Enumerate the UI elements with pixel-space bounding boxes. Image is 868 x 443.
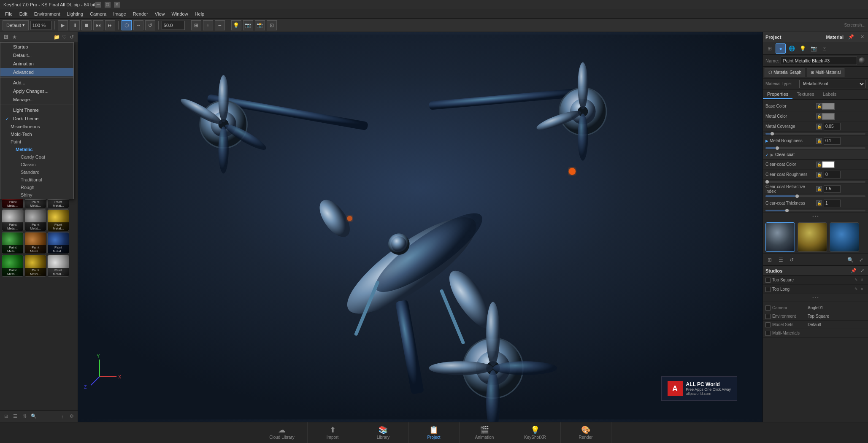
pause-button[interactable]: ⏸ (70, 20, 80, 30)
clearcoat-refract-slider[interactable] (765, 195, 865, 197)
light-btn[interactable]: 💡 (231, 20, 241, 30)
list-item[interactable]: Paint Metal... (2, 255, 24, 277)
forward-button[interactable]: ⏭ (105, 20, 115, 30)
panel-pin-icon[interactable]: 📌 (848, 34, 854, 41)
thumb-grid-btn[interactable]: ⊞ (765, 255, 775, 265)
thumb-search-btn[interactable]: 🔍 (845, 255, 855, 265)
menu-misc[interactable]: Miscellaneous (0, 123, 73, 130)
menu-classic[interactable]: Classic (0, 161, 73, 168)
menu-help[interactable]: Help (192, 11, 208, 17)
tab-layers-icon[interactable]: ⊡ (819, 43, 830, 54)
preview-thumb-earth[interactable] (830, 222, 859, 252)
camera-checkbox[interactable] (765, 305, 771, 311)
list-item[interactable]: Paint Metal... (47, 255, 69, 277)
thumb-list-btn[interactable]: ☰ (776, 255, 786, 265)
camera-btn[interactable]: 📷 (243, 20, 253, 30)
screenshot-btn[interactable]: 📸 (255, 20, 265, 30)
list-item[interactable]: Paint Metal... (24, 255, 46, 277)
preview-thumb-dots[interactable] (798, 222, 827, 252)
metal-color-lock[interactable]: 🔒 (816, 113, 822, 119)
render-mode-btn[interactable]: ⬡ (122, 20, 132, 30)
menu-edit[interactable]: Edit (16, 11, 31, 17)
metal-coverage-input[interactable] (824, 123, 841, 130)
studio-edit-icon-2[interactable]: ✎ (854, 287, 860, 292)
menu-add[interactable]: Add... (0, 78, 73, 87)
import-btn[interactable]: ⬆ Import (308, 422, 358, 443)
rotate-btn[interactable]: ↺ (145, 20, 155, 30)
expand-dots[interactable]: • • • (763, 213, 868, 220)
menu-shiny[interactable]: Shiny (0, 191, 73, 199)
menu-window[interactable]: Window (168, 11, 191, 17)
metal-roughness-expand[interactable]: ▶ (765, 139, 768, 143)
menu-candy-coat[interactable]: Candy Coat (0, 153, 73, 161)
metal-roughness-input[interactable] (824, 137, 841, 145)
render-btn[interactable]: 🎨 Render (561, 422, 611, 443)
keyshot-xr-btn[interactable]: 💡 KeyShotXR (510, 422, 561, 443)
env-checkbox[interactable] (765, 314, 771, 319)
clearcoat-roughness-input[interactable] (824, 171, 841, 178)
clearcoat-color-lock[interactable]: 🔒 (816, 162, 822, 167)
menu-file[interactable]: File (2, 11, 16, 17)
clearcoat-thickness-lock[interactable]: 🔒 (816, 200, 822, 206)
material-name-input[interactable] (781, 57, 857, 65)
metal-coverage-slider[interactable] (765, 133, 865, 135)
menu-camera[interactable]: Camera (87, 11, 110, 17)
menu-metallic[interactable]: Metallic (0, 146, 73, 153)
studios-pin-icon[interactable]: 📌 (850, 267, 857, 274)
menu-traditional[interactable]: Traditional (0, 176, 73, 184)
menu-environment[interactable]: Environment (31, 11, 64, 17)
close-button[interactable]: ✕ (114, 2, 120, 8)
settings-btn[interactable]: ⚙ (68, 412, 76, 421)
material-type-select[interactable]: Metallic Paint (799, 80, 865, 88)
clearcoat-section-header[interactable]: ✓ ▶ Clear-coat (763, 150, 868, 159)
play-button[interactable]: ▶ (58, 20, 68, 30)
panel-photo-icon[interactable]: 🖼 (3, 34, 9, 41)
preview-thumb-scene[interactable] (765, 222, 795, 252)
studio-checkbox-2[interactable] (765, 287, 771, 292)
camera-preset-btn[interactable]: Default ▾ (3, 20, 29, 30)
studio-delete-icon-2[interactable]: ✕ (860, 287, 865, 292)
thumb-refresh-btn[interactable]: ↺ (787, 255, 797, 265)
studio-edit-icon-1[interactable]: ✎ (854, 278, 860, 283)
panel-refresh-icon[interactable]: ↺ (68, 34, 75, 41)
project-btn[interactable]: 📋 Project (409, 422, 460, 443)
thumb-expand-btn[interactable]: ⤢ (856, 255, 866, 265)
menu-advanced[interactable]: Advanced (0, 68, 73, 76)
menu-lighting[interactable]: Lighting (63, 11, 87, 17)
menu-manage[interactable]: Manage... (0, 95, 73, 104)
menu-render[interactable]: Render (130, 11, 151, 17)
sort-btn[interactable]: ⇅ (20, 412, 29, 421)
minimize-button[interactable]: ─ (95, 2, 101, 8)
metal-color-swatch[interactable] (822, 113, 835, 120)
material-graph-btn[interactable]: ⬡ Material Graph (765, 68, 805, 77)
menu-dark-theme[interactable]: Dark Theme (0, 114, 73, 123)
zoom-fit-btn[interactable]: ⊞ (191, 20, 201, 30)
base-color-swatch[interactable] (822, 103, 835, 110)
modelsets-checkbox[interactable] (765, 322, 771, 327)
menu-paint[interactable]: Paint (0, 138, 73, 146)
metal-coverage-lock[interactable]: 🔒 (816, 124, 822, 130)
menu-light-theme[interactable]: Light Theme (0, 106, 73, 114)
panel-close-icon[interactable]: ✕ (859, 34, 865, 41)
tab-material-icon[interactable]: ● (776, 43, 786, 54)
zoom-minus-btn[interactable]: – (215, 20, 225, 30)
list-item[interactable]: Paint Metal... (24, 232, 46, 254)
material-preview-icon[interactable] (859, 57, 865, 64)
list-item[interactable]: Paint Metal... (47, 209, 69, 231)
tab-properties[interactable]: Properties (763, 90, 792, 99)
menu-rough[interactable]: Rough (0, 184, 73, 191)
menu-image[interactable]: Image (110, 11, 130, 17)
multimats-checkbox[interactable] (765, 331, 771, 336)
maximize-button[interactable]: □ (105, 2, 111, 8)
panel-fav-icon[interactable]: ♡ (61, 34, 68, 41)
clearcoat-refract-lock[interactable]: 🔒 (816, 186, 822, 192)
metal-roughness-slider[interactable] (765, 147, 865, 149)
tab-lighting-icon[interactable]: 💡 (798, 43, 808, 54)
time-input[interactable] (162, 21, 185, 30)
library-btn[interactable]: 📚 Library (358, 422, 409, 443)
view-list-btn[interactable]: ☰ (11, 412, 19, 421)
tab-camera-icon[interactable]: 📷 (809, 43, 819, 54)
studio-checkbox-1[interactable] (765, 278, 771, 283)
move-btn[interactable]: ↔ (133, 20, 143, 30)
expand-dots-2[interactable]: • • • (763, 294, 868, 302)
